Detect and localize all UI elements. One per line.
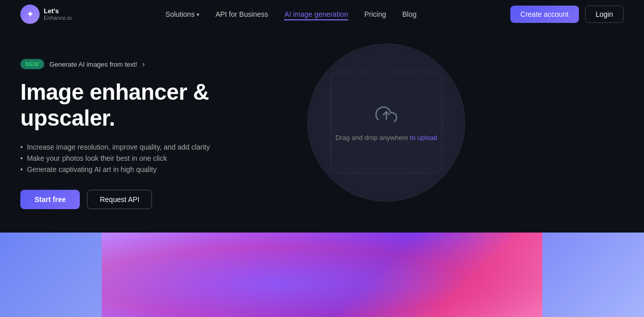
upload-circle: Drag and drop anywhere to upload [308,44,465,201]
upload-link[interactable]: to upload [410,134,438,141]
hero-content: NEW Generate AI images from text! › Imag… [20,54,305,209]
hero-section: NEW Generate AI images from text! › Imag… [0,28,644,233]
bullet-2: Make your photos look their best in one … [20,154,305,162]
badge-arrow: › [142,60,145,68]
badge-row: NEW Generate AI images from text! › [20,59,305,69]
blog-label: Blog [403,10,417,18]
bullet-1: Increase image resolution, improve quali… [20,143,305,151]
nav-links: Solutions ▾ API for Business AI image ge… [165,10,416,19]
solutions-link[interactable]: Solutions ▾ [165,10,199,18]
nav-item-solutions[interactable]: Solutions ▾ [165,10,199,18]
new-badge: NEW [20,59,44,69]
login-button[interactable]: Login [585,6,624,23]
logo-line2: Enhance.io [44,15,72,21]
bottom-left-decoration [0,233,102,317]
upload-icon [375,104,397,127]
upload-area-wrapper: Drag and drop anywhere to upload [305,44,468,201]
bottom-image-strip [102,233,542,317]
logo-icon: ✦ [20,5,40,24]
hero-bullets: Increase image resolution, improve quali… [20,143,305,174]
blog-link[interactable]: Blog [403,10,417,18]
create-account-button[interactable]: Create account [510,6,579,23]
chevron-down-icon: ▾ [197,12,199,17]
nav-item-pricing[interactable]: Pricing [364,10,386,19]
logo[interactable]: ✦ Let's Enhance.io [20,5,72,24]
navbar: ✦ Let's Enhance.io Solutions ▾ API for B… [0,0,644,28]
badge-text: Generate AI images from text! [49,61,137,68]
pricing-link[interactable]: Pricing [364,10,386,18]
logo-line1: Let's [44,8,72,15]
hero-buttons: Start free Request API [20,190,305,209]
hero-title: Image enhancer & upscaler. [20,79,305,131]
nav-item-ai-image[interactable]: AI image generation [284,10,348,19]
ai-image-link[interactable]: AI image generation [284,10,348,20]
pricing-label: Pricing [364,10,386,18]
bullet-3: Generate captivating AI art in high qual… [20,165,305,174]
nav-item-api[interactable]: API for Business [216,10,268,19]
solutions-label: Solutions [165,10,195,18]
bottom-strip [0,233,644,317]
ai-image-label: AI image generation [284,10,348,18]
logo-text: Let's Enhance.io [44,8,72,21]
nav-actions: Create account Login [510,6,624,23]
upload-text-label: Drag and drop anywhere [335,134,410,141]
upload-text: Drag and drop anywhere to upload [335,134,437,141]
upload-box[interactable]: Drag and drop anywhere to upload [330,72,442,174]
api-label: API for Business [216,10,268,18]
nav-item-blog[interactable]: Blog [403,10,417,19]
request-api-button[interactable]: Request API [87,190,152,209]
api-link[interactable]: API for Business [216,10,268,18]
bottom-right-decoration [542,233,644,317]
start-free-button[interactable]: Start free [20,190,80,209]
